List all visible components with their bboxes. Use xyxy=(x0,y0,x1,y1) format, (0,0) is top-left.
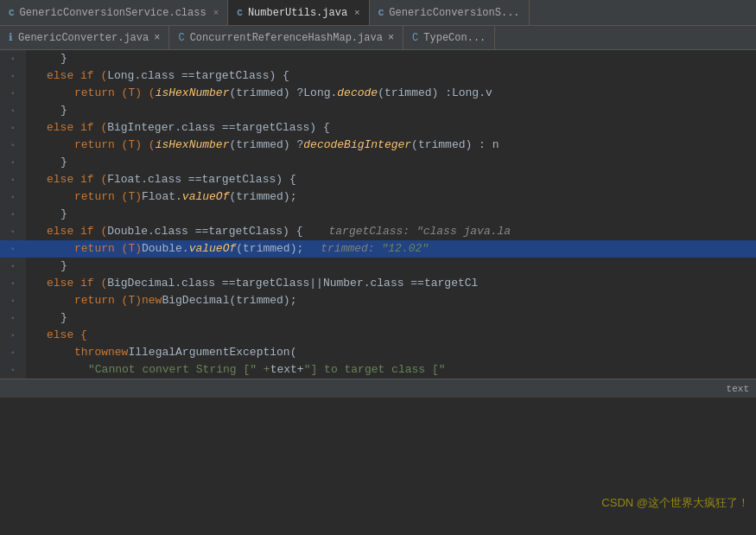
code-line-8: else if (Float.class == targetClass) { xyxy=(33,171,756,188)
code-token: (trimmed) ? xyxy=(229,85,303,102)
tab-icon-generic-conversion-2: C xyxy=(378,8,384,18)
code-token: BigInteger xyxy=(107,119,175,137)
code-token: } xyxy=(60,154,67,171)
tab-icon-generic-conversion: C xyxy=(9,8,15,18)
code-token: + xyxy=(297,361,304,379)
code-token: } xyxy=(60,102,67,119)
code-token: .class == xyxy=(364,275,424,292)
code-token: else if ( xyxy=(47,223,107,240)
code-token: "Cannot convert String [" + xyxy=(88,361,270,379)
code-token: targetClass xyxy=(235,119,309,137)
tab2-generic-converter[interactable]: ℹ GenericConverter.java × xyxy=(0,26,169,49)
code-line-12-highlighted: return (T) Double.valueOf(trimmed); trim… xyxy=(26,240,756,258)
code-token: valueOf xyxy=(182,188,230,206)
gutter-icon-15: ◦ xyxy=(7,292,19,309)
tab-number-utils[interactable]: C NumberUtils.java × xyxy=(228,0,369,25)
code-token: .class == xyxy=(141,171,201,188)
code-token: Double xyxy=(142,240,182,258)
tab2-close-generic-converter[interactable]: × xyxy=(154,32,160,44)
code-token: (trimmed) : n xyxy=(411,137,499,154)
code-token: targetClass xyxy=(235,275,309,292)
code-lines: } else if (Long.class == targetClass) { … xyxy=(26,50,756,379)
code-token: targetClass xyxy=(201,171,276,188)
code-token: text xyxy=(270,361,297,379)
code-token: IllegalArgumentException( xyxy=(128,344,296,361)
gutter-icon-13: ◦ xyxy=(7,258,19,275)
code-token: Long. xyxy=(452,85,486,102)
code-token: else { xyxy=(47,327,87,344)
code-token: BigDecimal xyxy=(107,275,175,292)
code-line-15: return (T) new BigDecimal(trimmed); xyxy=(33,292,756,309)
tab2-label-generic-converter: GenericConverter.java xyxy=(18,32,149,44)
gutter-icon-10: ◦ xyxy=(7,206,19,223)
code-line-11: else if (Double.class == targetClass) { … xyxy=(33,223,756,240)
tab-close-generic-conversion[interactable]: × xyxy=(213,8,219,18)
code-line-7: } xyxy=(33,154,756,171)
code-token: return (T) ( xyxy=(74,137,156,154)
code-token: "] to target class [" xyxy=(304,361,446,379)
code-token: ) { xyxy=(276,171,295,188)
tab-close-number-utils[interactable]: × xyxy=(354,8,360,18)
code-token: new xyxy=(108,344,128,361)
gutter-icon-6: ◦ xyxy=(7,137,19,154)
code-token: . xyxy=(175,188,182,206)
code-token: Double xyxy=(107,223,148,240)
code-token: } xyxy=(60,309,67,327)
code-token: (trimmed); xyxy=(229,188,296,206)
code-token: return (T) xyxy=(74,188,142,206)
code-token: else if ( xyxy=(47,275,107,292)
code-token: .class == xyxy=(148,223,208,240)
code-line-5: else if (BigInteger.class == targetClass… xyxy=(33,119,756,137)
tab-generic-conversion[interactable]: C GenericConversionService.class × xyxy=(0,0,228,25)
gutter-icon-3: ◦ xyxy=(7,85,19,102)
code-line-2: else if (Long.class == targetClass) { xyxy=(33,67,756,85)
gutter-icon-11: ◦ xyxy=(7,223,19,240)
code-token: return (T) xyxy=(74,240,142,258)
gutter-icon-17: ◦ xyxy=(7,327,19,344)
code-token: decode xyxy=(337,85,378,102)
code-token: BigDecimal xyxy=(162,292,229,309)
tab2-close-concurrent[interactable]: × xyxy=(388,32,394,44)
tab-label-generic-conversion: GenericConversionService.class xyxy=(20,7,206,19)
code-line-13: } xyxy=(33,258,756,275)
tab-label-number-utils: NumberUtils.java xyxy=(248,7,347,19)
code-token: valueOf xyxy=(189,240,237,258)
code-token: (trimmed) ? xyxy=(229,137,303,154)
tab2-typecon[interactable]: C TypeCon... xyxy=(403,26,495,49)
code-token: Float xyxy=(107,171,141,188)
code-line-3: return (T) (isHexNumber(trimmed) ? Long.… xyxy=(33,85,756,102)
code-line-18: throw new IllegalArgumentException( xyxy=(33,344,756,361)
code-line-1: } xyxy=(33,50,756,67)
code-token: . xyxy=(182,240,189,258)
gutter-icon-5: ◦ xyxy=(7,119,19,137)
code-token: (trimmed); xyxy=(236,240,303,258)
tab2-icon-typecon: C xyxy=(412,32,418,44)
code-token: Number xyxy=(323,275,364,292)
tab2-label-concurrent: ConcurrentReferenceHashMap.java xyxy=(190,32,383,44)
gutter-icon-1: ◦ xyxy=(7,50,19,67)
code-token: return (T) ( xyxy=(74,85,156,102)
tab-bar-second: ℹ GenericConverter.java × C ConcurrentRe… xyxy=(0,26,756,50)
code-line-14: else if (BigDecimal.class == targetClass… xyxy=(33,275,756,292)
status-bar: text xyxy=(0,379,756,398)
code-line-17: else { xyxy=(33,327,756,344)
code-token: .class == xyxy=(134,67,194,85)
code-token: else if ( xyxy=(47,171,107,188)
code-token: targetClass xyxy=(195,67,270,85)
code-content: ◦ ◦ ◦ ◦ ◦ ◦ ◦ ◦ ◦ ◦ ◦ ◦ ◦ ◦ ◦ ◦ ◦ ◦ ◦ } … xyxy=(0,50,756,379)
code-line-9: return (T) Float.valueOf(trimmed); xyxy=(33,188,756,206)
code-token: targetClass xyxy=(208,223,283,240)
code-token: Float xyxy=(142,188,175,206)
tab-generic-conversion-2[interactable]: C GenericConversionS... xyxy=(370,0,530,25)
code-token: throw xyxy=(74,344,108,361)
tab2-concurrent[interactable]: C ConcurrentReferenceHashMap.java × xyxy=(169,26,403,49)
code-line-4: } xyxy=(33,102,756,119)
gutter-icon-7: ◦ xyxy=(7,154,19,171)
code-token: } xyxy=(60,50,67,67)
code-token: return (T) xyxy=(74,292,142,309)
code-token: .class == xyxy=(175,119,235,137)
tab-label-generic-conversion-2: GenericConversionS... xyxy=(389,7,519,19)
code-token: isHexNumber xyxy=(156,85,230,102)
code-token: (trimmed) : xyxy=(378,85,452,102)
tab2-icon-concurrent: C xyxy=(178,32,184,44)
